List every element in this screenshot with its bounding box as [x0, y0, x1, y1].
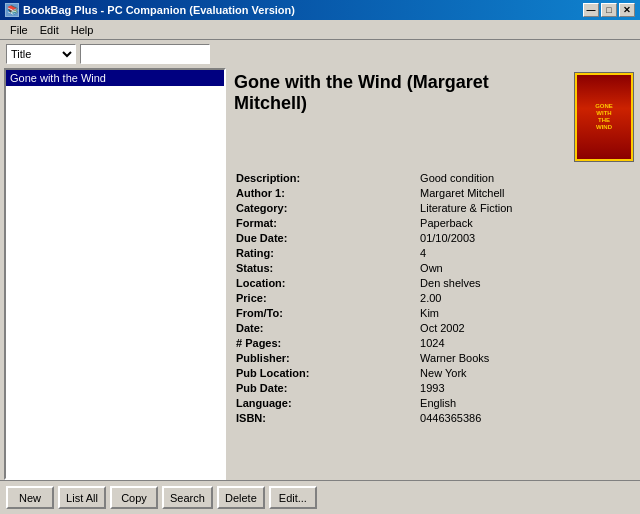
field-row: Author 1:Margaret Mitchell [236, 187, 632, 200]
app-icon: 📚 [5, 3, 19, 17]
field-row: Pub Location:New York [236, 367, 632, 380]
field-value: 4 [420, 247, 632, 260]
field-value: Oct 2002 [420, 322, 632, 335]
detail-header: Gone with the Wind (Margaret Mitchell) G… [234, 72, 634, 162]
field-value: 01/10/2003 [420, 232, 632, 245]
book-list-item[interactable]: Gone with the Wind [6, 70, 224, 86]
field-value: 1024 [420, 337, 632, 350]
field-value: 1993 [420, 382, 632, 395]
main-split: Gone with the Wind Gone with the Wind (M… [0, 68, 640, 480]
field-value: Den shelves [420, 277, 632, 290]
field-label: Status: [236, 262, 418, 275]
field-row: ISBN:0446365386 [236, 412, 632, 425]
toolbar: Title Author Category [0, 40, 640, 68]
field-value: New York [420, 367, 632, 380]
field-row: # Pages:1024 [236, 337, 632, 350]
window-content: Title Author Category Gone with the Wind… [0, 40, 640, 514]
fields-table: Description:Good conditionAuthor 1:Marga… [234, 170, 634, 427]
field-value: Own [420, 262, 632, 275]
menu-file[interactable]: File [4, 22, 34, 38]
close-button[interactable]: ✕ [619, 3, 635, 17]
field-label: Date: [236, 322, 418, 335]
minimize-button[interactable]: — [583, 3, 599, 17]
field-label: Pub Date: [236, 382, 418, 395]
field-label: Category: [236, 202, 418, 215]
field-label: # Pages: [236, 337, 418, 350]
bottom-bar: New List All Copy Search Delete Edit... [0, 480, 640, 514]
field-value: Margaret Mitchell [420, 187, 632, 200]
field-value: Paperback [420, 217, 632, 230]
field-label: Publisher: [236, 352, 418, 365]
field-label: From/To: [236, 307, 418, 320]
field-row: From/To:Kim [236, 307, 632, 320]
field-row: Publisher:Warner Books [236, 352, 632, 365]
field-row: Rating:4 [236, 247, 632, 260]
menu-bar: File Edit Help [0, 20, 640, 40]
field-row: Location:Den shelves [236, 277, 632, 290]
delete-button[interactable]: Delete [217, 486, 265, 509]
detail-title: Gone with the Wind (Margaret Mitchell) [234, 72, 566, 114]
menu-edit[interactable]: Edit [34, 22, 65, 38]
field-row: Status:Own [236, 262, 632, 275]
field-row: Description:Good condition [236, 172, 632, 185]
title-bar: 📚 BookBag Plus - PC Companion (Evaluatio… [0, 0, 640, 20]
field-row: Due Date:01/10/2003 [236, 232, 632, 245]
list-all-button[interactable]: List All [58, 486, 106, 509]
field-row: Price:2.00 [236, 292, 632, 305]
field-label: Location: [236, 277, 418, 290]
field-value: 2.00 [420, 292, 632, 305]
field-label: Language: [236, 397, 418, 410]
field-label: Description: [236, 172, 418, 185]
field-value: Kim [420, 307, 632, 320]
field-row: Date:Oct 2002 [236, 322, 632, 335]
field-label: Price: [236, 292, 418, 305]
search-button[interactable]: Search [162, 486, 213, 509]
search-input[interactable] [80, 44, 210, 64]
detail-panel: Gone with the Wind (Margaret Mitchell) G… [228, 68, 640, 480]
book-list-panel: Gone with the Wind [4, 68, 226, 480]
field-label: Due Date: [236, 232, 418, 245]
field-value: 0446365386 [420, 412, 632, 425]
field-label: Format: [236, 217, 418, 230]
field-value: English [420, 397, 632, 410]
window-title: BookBag Plus - PC Companion (Evaluation … [23, 4, 295, 16]
copy-button[interactable]: Copy [110, 486, 158, 509]
filter-dropdown[interactable]: Title Author Category [6, 44, 76, 64]
book-cover: GONE WITH THE WIND [574, 72, 634, 162]
edit-button[interactable]: Edit... [269, 486, 317, 509]
field-value: Literature & Fiction [420, 202, 632, 215]
field-row: Language:English [236, 397, 632, 410]
field-label: Author 1: [236, 187, 418, 200]
field-label: ISBN: [236, 412, 418, 425]
field-value: Good condition [420, 172, 632, 185]
field-label: Rating: [236, 247, 418, 260]
maximize-button[interactable]: □ [601, 3, 617, 17]
field-row: Format:Paperback [236, 217, 632, 230]
field-row: Pub Date:1993 [236, 382, 632, 395]
new-button[interactable]: New [6, 486, 54, 509]
field-label: Pub Location: [236, 367, 418, 380]
field-row: Category:Literature & Fiction [236, 202, 632, 215]
field-value: Warner Books [420, 352, 632, 365]
menu-help[interactable]: Help [65, 22, 100, 38]
